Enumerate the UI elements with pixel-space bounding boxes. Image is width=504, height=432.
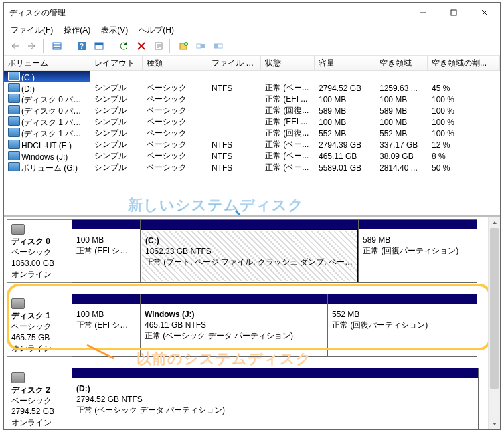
scroll-down-button[interactable] — [489, 418, 500, 429]
cell-free: 1808.43 ... — [375, 72, 428, 82]
disk-graphical-view[interactable]: ディスク 0ベーシック1863.00 GBオンライン100 MB正常 (EFI … — [4, 217, 500, 429]
menu-action[interactable]: 操作(A) — [60, 24, 94, 37]
svg-rect-6 — [53, 48, 61, 49]
partition-body: Windows (J:)465.11 GB NTFS正常 (ベーシック データ … — [141, 304, 327, 356]
partition[interactable]: Windows (J:)465.11 GB NTFS正常 (ベーシック データ … — [140, 294, 328, 357]
cell-layout: シンプル — [90, 71, 143, 82]
nav-back-button[interactable] — [7, 38, 23, 54]
col-fs[interactable]: ファイル システム — [207, 56, 261, 70]
volume-row[interactable]: HDCL-UT (E:)シンプルベーシックNTFS正常 (ベー...2794.3… — [4, 139, 500, 150]
partition-strip: (D:)2794.52 GB NTFS正常 (ベーシック データ パーティション… — [72, 368, 500, 429]
volume-row[interactable]: (ディスク 0 パーティシ...シンプルベーシック正常 (回復...589 MB… — [4, 105, 500, 116]
cell-pct: 100 % — [428, 118, 500, 127]
list-header[interactable]: ボリューム レイアウト 種類 ファイル システム 状態 容量 空き領域 空き領域… — [4, 56, 500, 71]
shrink-volume-button[interactable] — [210, 38, 226, 54]
cell-free: 100 MB — [375, 118, 428, 127]
col-free[interactable]: 空き領域 — [375, 56, 428, 70]
volume-icon — [8, 162, 20, 171]
cell-pct: 50 % — [428, 163, 500, 173]
volume-row[interactable]: (ディスク 1 パーティシ...シンプルベーシック正常 (回復...552 MB… — [4, 128, 500, 139]
cell-fs: NTFS — [207, 84, 261, 93]
help-button[interactable]: ? — [74, 38, 90, 54]
menu-file[interactable]: ファイル(F) — [7, 24, 57, 37]
cell-layout: シンプル — [90, 162, 143, 173]
cell-pct: 100 % — [428, 129, 500, 138]
new-volume-button[interactable] — [175, 38, 191, 54]
volume-row[interactable]: ボリューム (G:)シンプルベーシックNTFS正常 (ベー...5589.01 … — [4, 162, 500, 173]
cell-pct: 97 % — [428, 72, 500, 82]
partition-body: (C:)1862.33 GB NTFS正常 (ブート, ページ ファイル, クラ… — [141, 229, 358, 282]
col-cap[interactable]: 容量 — [315, 56, 375, 70]
col-pct[interactable]: 空き領域の割... — [428, 56, 500, 70]
titlebar[interactable]: ディスクの管理 — [4, 3, 500, 23]
volume-icon — [8, 83, 20, 92]
view-list-button[interactable] — [49, 38, 65, 54]
svg-rect-1 — [451, 10, 456, 15]
cell-vol: (C:) — [4, 71, 90, 82]
cell-free: 337.17 GB — [375, 140, 428, 150]
svg-rect-22 — [201, 44, 205, 48]
col-volume[interactable]: ボリューム — [4, 56, 90, 70]
minimize-button[interactable] — [408, 3, 438, 23]
cell-state: 正常 (ベー... — [261, 82, 315, 94]
scroll-up-button[interactable] — [489, 217, 500, 228]
volume-icon — [8, 105, 20, 114]
disk-row: ディスク 1ベーシック465.75 GBオンライン100 MB正常 (EFI シ… — [7, 294, 500, 357]
cell-state: 正常 (ブート... — [261, 71, 315, 82]
cell-cap: 100 MB — [315, 95, 375, 104]
disk-header[interactable]: ディスク 0ベーシック1863.00 GBオンライン — [7, 219, 72, 283]
maximize-button[interactable] — [438, 3, 469, 23]
properties-button[interactable] — [151, 38, 167, 54]
partition[interactable]: 100 MB正常 (EFI システム — [72, 294, 141, 357]
delete-button[interactable] — [133, 38, 149, 54]
partition-strip: 100 MB正常 (EFI システムWindows (J:)465.11 GB … — [72, 294, 500, 357]
cell-layout: シンプル — [90, 150, 143, 162]
partition[interactable]: 589 MB正常 (回復パーティション) — [358, 219, 477, 283]
volume-list[interactable]: ボリューム レイアウト 種類 ファイル システム 状態 容量 空き領域 空き領域… — [4, 56, 500, 217]
view-graphical-button[interactable] — [91, 38, 107, 54]
extend-volume-button[interactable] — [193, 38, 209, 54]
col-layout[interactable]: レイアウト — [90, 56, 143, 70]
partition[interactable]: 100 MB正常 (EFI システム — [72, 219, 141, 283]
cell-layout: シンプル — [90, 139, 143, 150]
partition-body: 100 MB正常 (EFI システム — [72, 229, 140, 282]
volume-row[interactable]: (ディスク 1 パーティシ...シンプルベーシック正常 (EFI ...100 … — [4, 116, 500, 128]
partition[interactable]: (D:)2794.52 GB NTFS正常 (ベーシック データ パーティション… — [72, 368, 479, 429]
disk-icon — [11, 372, 25, 383]
col-state[interactable]: 状態 — [261, 56, 315, 70]
annotation-new-system-disk: 新しいシステムディスク — [128, 195, 304, 215]
cell-free: 2814.40 ... — [375, 163, 428, 173]
menu-view[interactable]: 表示(V) — [97, 24, 132, 37]
cell-layout: シンプル — [90, 94, 143, 105]
close-button[interactable] — [469, 3, 500, 23]
volume-row[interactable]: Windows (J:)シンプルベーシックNTFS正常 (ベー...465.11… — [4, 150, 500, 162]
partition-body: (D:)2794.52 GB NTFS正常 (ベーシック データ パーティション… — [72, 378, 478, 429]
cell-vol: (ディスク 1 パーティシ... — [4, 127, 90, 140]
partition-body: 589 MB正常 (回復パーティション) — [359, 229, 477, 282]
refresh-button[interactable] — [116, 38, 132, 54]
menu-help[interactable]: ヘルプ(H) — [135, 24, 178, 37]
window-title: ディスクの管理 — [9, 7, 408, 19]
col-type[interactable]: 種類 — [143, 56, 207, 70]
disk-header[interactable]: ディスク 1ベーシック465.75 GBオンライン — [7, 294, 72, 357]
disk-row: ディスク 2ベーシック2794.52 GBオンライン(D:)2794.52 GB… — [7, 368, 500, 429]
volume-icon — [8, 128, 20, 137]
cell-fs: NTFS — [207, 140, 261, 150]
partition-strip: 100 MB正常 (EFI システム(C:)1862.33 GB NTFS正常 … — [72, 219, 500, 283]
volume-row[interactable]: (D:)シンプルベーシックNTFS正常 (ベー...2794.52 GB1259… — [4, 82, 500, 94]
scroll-thumb[interactable] — [490, 228, 499, 389]
volume-icon — [8, 140, 20, 149]
cell-free: 100 MB — [375, 95, 428, 104]
vertical-scrollbar[interactable] — [488, 217, 500, 429]
cell-layout: シンプル — [90, 116, 143, 128]
volume-row[interactable]: (ディスク 0 パーティシ...シンプルベーシック正常 (EFI ...100 … — [4, 94, 500, 105]
partition[interactable]: 552 MB正常 (回復パーティション) — [327, 294, 477, 357]
cell-layout: シンプル — [90, 105, 143, 116]
volume-row[interactable]: (C:)シンプルベーシックNTFS正常 (ブート...1862.33 GB180… — [4, 71, 500, 82]
nav-forward-button[interactable] — [24, 38, 40, 54]
disk-header[interactable]: ディスク 2ベーシック2794.52 GBオンライン — [7, 368, 72, 429]
disk-management-window: ディスクの管理 ファイル(F) 操作(A) 表示(V) ヘルプ(H) ? — [3, 2, 501, 430]
svg-line-25 — [236, 211, 250, 217]
volume-icon — [8, 116, 20, 126]
partition[interactable]: (C:)1862.33 GB NTFS正常 (ブート, ページ ファイル, クラ… — [140, 219, 359, 283]
